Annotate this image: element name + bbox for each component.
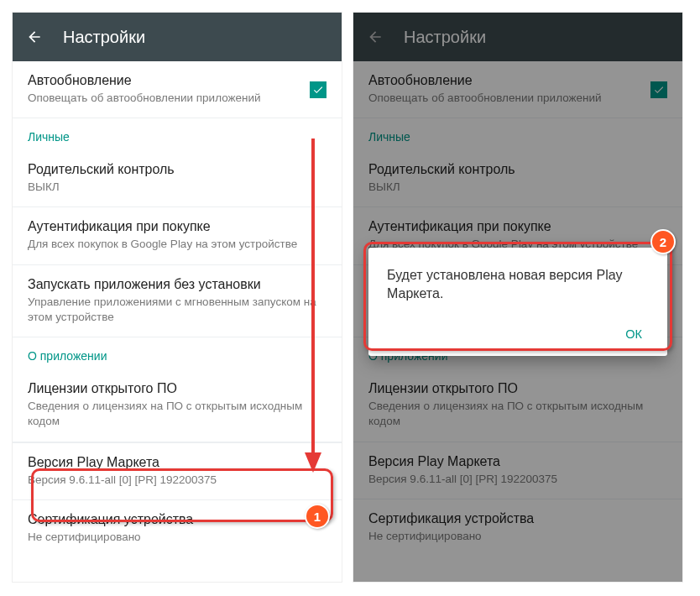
item-sub: Для всех покупок в Google Play на этом у… — [28, 237, 326, 252]
item-title: Сертификация устройства — [28, 512, 326, 527]
item-licenses[interactable]: Лицензии открытого ПО Сведения о лицензи… — [13, 369, 342, 442]
item-parental[interactable]: Родительский контроль ВЫКЛ — [13, 150, 342, 207]
item-title: Аутентификация при покупке — [28, 219, 326, 234]
item-title: Сертификация устройства — [368, 511, 667, 526]
item-title: Версия Play Маркета — [368, 454, 667, 469]
item-licenses: Лицензии открытого ПО Сведения о лицензи… — [353, 369, 682, 442]
item-cert: Сертификация устройства Не сертифицирова… — [353, 499, 682, 556]
item-version: Версия Play Маркета Версия 9.6.11-all [0… — [353, 442, 682, 499]
phone-left: Настройки Автообновление Оповещать об ав… — [12, 12, 342, 583]
item-autoupdate: Автообновление Оповещать об автообновлен… — [353, 61, 682, 118]
item-auth[interactable]: Аутентификация при покупке Для всех поку… — [13, 207, 342, 264]
appbar: Настройки — [353, 13, 682, 61]
item-title: Запускать приложения без установки — [28, 277, 326, 292]
item-autoupdate[interactable]: Автообновление Оповещать об автообновлен… — [13, 61, 342, 118]
item-title: Родительский контроль — [368, 162, 667, 177]
item-title: Лицензии открытого ПО — [28, 381, 326, 396]
dialog-message: Будет установлена новая версия Play Марк… — [387, 266, 649, 304]
item-sub: Оповещать об автообновлении приложений — [368, 91, 667, 106]
step-badge-2: 2 — [650, 229, 676, 254]
section-about: О приложении — [13, 337, 342, 369]
step-badge-1: 1 — [305, 504, 330, 529]
back-icon[interactable] — [26, 29, 43, 45]
checkbox-checked-icon[interactable] — [310, 81, 326, 98]
item-title: Автообновление — [28, 73, 326, 88]
item-sub: Оповещать об автообновлении приложений — [28, 91, 326, 106]
item-cert[interactable]: Сертификация устройства Не сертифицирова… — [13, 500, 342, 557]
section-personal: Личные — [13, 118, 342, 150]
item-sub: Не сертифицировано — [28, 530, 326, 545]
appbar: Настройки — [13, 13, 342, 61]
item-sub: Версия 9.6.11-all [0] [PR] 192200375 — [28, 473, 326, 488]
item-parental: Родительский контроль ВЫКЛ — [353, 150, 682, 207]
dialog-ok-button[interactable]: ОК — [619, 322, 649, 346]
update-dialog: Будет установлена новая версия Play Марк… — [368, 248, 667, 356]
item-sub: Сведения о лицензиях на ПО с открытым ис… — [368, 399, 667, 429]
item-sub: Не сертифицировано — [368, 529, 667, 544]
item-title: Лицензии открытого ПО — [368, 381, 667, 396]
appbar-title: Настройки — [63, 28, 145, 47]
badge-label: 2 — [660, 235, 666, 249]
item-version[interactable]: Версия Play Маркета Версия 9.6.11-all [0… — [13, 442, 342, 500]
item-sub: Сведения о лицензиях на ПО с открытым ис… — [28, 399, 326, 429]
section-personal: Личные — [353, 118, 682, 150]
item-instant[interactable]: Запускать приложения без установки Управ… — [13, 265, 342, 337]
item-sub: ВЫКЛ — [368, 180, 667, 195]
appbar-title: Настройки — [404, 28, 486, 47]
item-sub: Версия 9.6.11-all [0] [PR] 192200375 — [368, 472, 667, 487]
item-title: Родительский контроль — [28, 162, 326, 177]
checkbox-checked-icon — [650, 81, 667, 98]
item-title: Версия Play Маркета — [28, 455, 326, 470]
item-title: Аутентификация при покупке — [368, 219, 667, 234]
badge-label: 1 — [314, 510, 321, 524]
back-icon[interactable] — [367, 29, 384, 45]
item-sub: ВЫКЛ — [28, 180, 326, 195]
item-title: Автообновление — [368, 73, 667, 88]
item-sub: Управление приложениями с мгновенным зап… — [28, 295, 326, 325]
phone-right: Настройки Автообновление Оповещать об ав… — [353, 12, 683, 583]
